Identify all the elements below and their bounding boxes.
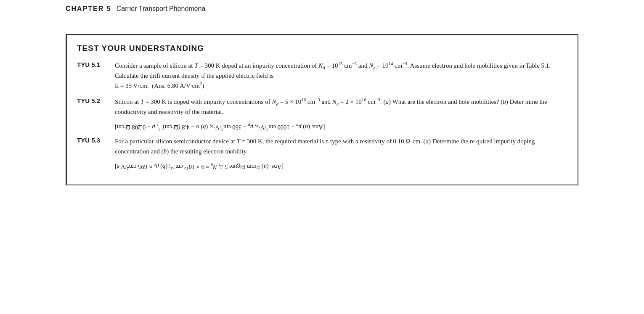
tyu-content-2: Silicon at T = 300 K is doped with impur… [115,97,567,117]
tyu-label-1: TYU 5.1 [77,61,115,68]
tyu-ans-2-text: [Ans. (a) μn = 1000 cm2/V·s, μp = 350 cm… [115,123,325,132]
tyu-ans-3: [Ans. (a) From Figure 5.4, Nd ≈ 9 × 1016… [115,162,567,172]
tyu-heading: TEST YOUR UNDERSTANDING [77,44,567,53]
chapter-header: CHAPTER 5 Carrier Transport Phenomena [0,0,644,17]
tyu-box: TEST YOUR UNDERSTANDING TYU 5.1 Consider… [66,34,578,185]
page-container: CHAPTER 5 Carrier Transport Phenomena TE… [0,0,644,314]
tyu-item-1: TYU 5.1 Consider a sample of silicon at … [77,61,567,91]
tyu-item-3: TYU 5.3 For a particular silicon semicon… [77,136,567,156]
tyu-content-3: For a particular silicon semiconductor d… [115,136,567,156]
tyu-content-1: Consider a sample of silicon at T = 300 … [115,61,567,91]
tyu-label-2: TYU 5.2 [77,97,115,104]
tyu-ans-3-text: [Ans. (a) From Figure 5.4, Nd ≈ 9 × 1016… [115,162,284,172]
tyu-ans-2: [Ans. (a) μn = 1000 cm2/V·s, μp = 350 cm… [115,123,567,132]
tyu-label-3: TYU 5.3 [77,136,115,144]
chapter-title: CHAPTER 5 [66,5,111,13]
main-content: TEST YOUR UNDERSTANDING TYU 5.1 Consider… [0,17,644,198]
tyu-item-2: TYU 5.2 Silicon at T = 300 K is doped wi… [77,97,567,117]
chapter-subtitle: Carrier Transport Phenomena [117,5,206,13]
